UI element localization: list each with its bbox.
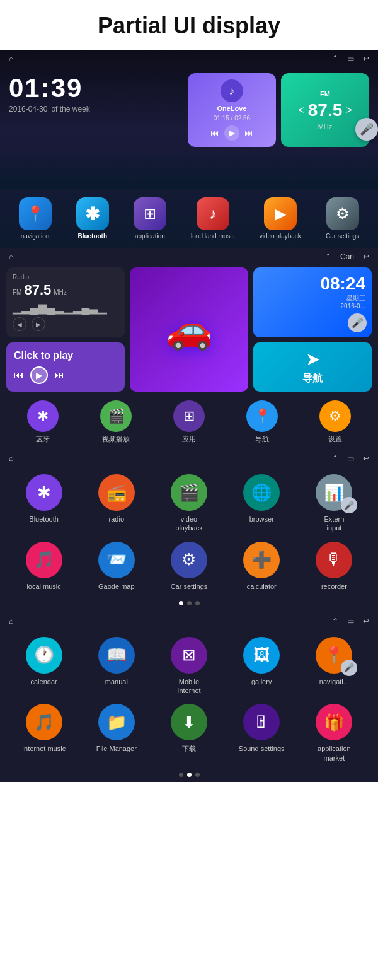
fm-left-arrow[interactable]: < [298,105,304,116]
s3-radio-app[interactable]: 📻 radio [83,474,150,533]
video-app-icon[interactable]: ▶ video playback [260,197,301,240]
s2-back-icon[interactable]: ↩ [363,252,369,261]
s2-bt-app[interactable]: ✱ 蓝牙 [27,400,59,444]
s4-app-market-label: applicationmarket [318,744,351,762]
s3-home-icon[interactable]: ⌂ [9,454,13,463]
back-icon[interactable]: ↩ [363,54,369,63]
prev-button[interactable]: ⏮ [210,128,219,138]
s2-up-icon[interactable]: ⌃ [325,252,331,261]
next-button[interactable]: ⏭ [244,128,253,138]
s3-car-settings-label: Car settings [171,582,208,591]
s4-internet-music-app[interactable]: 🎵 Internet music [10,704,77,762]
s2-apps-lbl: 应用 [182,435,196,444]
s3-external-app[interactable]: 📊 🎤 Externinput [301,474,368,533]
s4-file-manager-app[interactable]: 📁 File Manager [83,704,150,762]
s3-gaode-app[interactable]: 📨 Gaode map [83,542,150,591]
s4-calendar-label: calendar [30,677,57,686]
s2-nav-app[interactable]: 📍 导航 [246,400,278,444]
s3-up-icon[interactable]: ⌃ [332,454,338,463]
s4-gallery-app[interactable]: 🖼 gallery [228,637,295,696]
nav-label: navigation [21,233,50,240]
nav-icon: 📍 [19,197,52,230]
s3-back-icon[interactable]: ↩ [363,454,369,463]
s3-browser-app[interactable]: 🌐 browser [228,474,295,533]
click-to-play-label: Click to play [14,350,117,361]
s4-dot-2[interactable] [187,773,192,777]
s2-video-app[interactable]: 🎬 视频播放 [100,400,132,444]
s4-up-icon[interactable]: ⌃ [332,617,338,626]
radio-next-btn[interactable]: ▶ [32,317,45,331]
screen2: ⌂ ⌃ Can ↩ Radio FM 87.5 MHz ▁▂▄▆▄▂▁▂▄▃▁ … [0,248,378,448]
s3-dots [0,597,378,607]
s2-play-widget[interactable]: Click to play ⏮ ▶ ⏭ [6,342,125,392]
s4-dot-1[interactable] [179,773,183,777]
home-icon[interactable]: ⌂ [9,54,13,63]
s2-prev-btn[interactable]: ⏮ [14,370,24,381]
s2-time: 08:24 [320,274,365,294]
square-icon[interactable]: ▭ [347,54,354,63]
s4-calendar-app[interactable]: 🕐 calendar [10,637,77,696]
s4-manual-icon: 📖 [98,637,135,674]
s2-nav-widget[interactable]: ➤ 导航 [253,342,372,392]
s2-next-btn[interactable]: ⏭ [54,370,64,381]
bt-app-icon[interactable]: ✱ Bluetooth [76,197,109,240]
s4-home-icon[interactable]: ⌂ [9,617,13,626]
fm-right-arrow[interactable]: > [346,105,352,116]
radio-unit: MHz [54,289,67,296]
s4-dot-3[interactable] [195,773,200,777]
s2-mic-button[interactable]: 🎤 [348,313,367,332]
s3-square-icon[interactable]: ▭ [347,454,354,463]
s4-file-manager-icon: 📁 [98,704,135,740]
s4-download-app[interactable]: ⬇ 下载 [155,704,222,762]
app-app-icon[interactable]: ⊞ application [134,197,166,240]
music-app-icon[interactable]: ♪ lond land music [191,197,234,240]
song-time: 01:15 / 02:56 [214,115,250,122]
s2-play-btn[interactable]: ▶ [30,366,48,384]
s3-gaode-icon: 📨 [98,542,135,578]
s4-manual-app[interactable]: 📖 manual [83,637,150,696]
nav-app-icon[interactable]: 📍 navigation [19,197,52,240]
up-icon[interactable]: ⌃ [332,54,338,63]
s4-square-icon[interactable]: ▭ [347,617,354,626]
play-button[interactable]: ▶ [224,125,239,141]
s2-settings-app[interactable]: ⚙ 设置 [319,400,351,444]
s4-sound-settings-app[interactable]: 🎚 Sound settings [228,704,295,762]
page-title: Partial UI display [0,0,378,50]
mic-button[interactable]: 🎤 [355,118,378,141]
fm-label: FM [320,90,330,98]
s2-radio-widget[interactable]: Radio FM 87.5 MHz ▁▂▄▆▄▂▁▂▄▃▁ ◀ ▶ [6,267,125,337]
s4-navigation-app[interactable]: 📍 🎤 navigati... [301,637,368,696]
radio-prev-btn[interactable]: ◀ [13,317,26,331]
s4-app-market-app[interactable]: 🎁 applicationmarket [301,704,368,762]
fm-arrows: < 87.5 > [298,100,352,120]
music-controls: ⏮ ▶ ⏭ [210,125,253,141]
s3-browser-icon: 🌐 [243,474,280,511]
s3-calculator-app[interactable]: ➕ calculator [228,542,295,591]
s2-apps-app[interactable]: ⊞ 应用 [173,400,205,444]
s4-topbar: ⌂ ⌃ ▭ ↩ [0,617,378,631]
s3-bluetooth-app[interactable]: ✱ Bluetooth [10,474,77,533]
s3-video-app[interactable]: 🎬 videoplayback [155,474,222,533]
fm-widget[interactable]: FM < 87.5 > MHz 🎤 [281,73,369,147]
s3-bt-label: Bluetooth [29,515,58,523]
s3-dot-3[interactable] [195,601,200,605]
s4-download-label: 下载 [182,744,196,753]
music-label: lond land music [191,233,234,240]
car-settings-icon[interactable]: ⚙ Car settings [326,197,359,240]
s3-local-music-app[interactable]: 🎵 local music [10,542,77,591]
s4-app-market-icon: 🎁 [316,704,352,740]
s3-dot-1[interactable] [179,601,183,605]
s2-nav-circle: 📍 [246,400,278,432]
s2-settings-circle: ⚙ [319,400,351,432]
s4-mobile-internet-icon: ⊠ [171,637,207,674]
s4-mobile-internet-app[interactable]: ⊠ MobileInternet [155,637,222,696]
s3-local-music-label: local music [26,582,60,591]
s3-dot-2[interactable] [187,601,192,605]
s3-car-settings-app[interactable]: ⚙ Car settings [155,542,222,591]
fm-unit: MHz [318,123,333,131]
s3-recorder-app[interactable]: 🎙 recorder [301,542,368,591]
s4-back-icon[interactable]: ↩ [363,617,369,626]
music-widget[interactable]: ♪ OneLove 01:15 / 02:56 ⏮ ▶ ⏭ [188,73,276,147]
clock-week: of the week [51,105,89,114]
s2-home-icon[interactable]: ⌂ [9,252,13,261]
